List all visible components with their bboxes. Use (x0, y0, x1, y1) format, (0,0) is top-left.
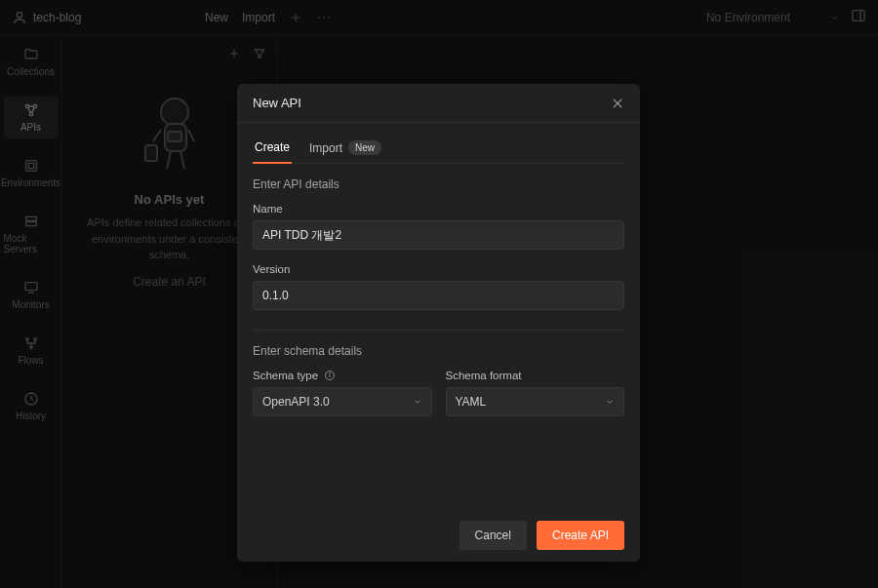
new-badge: New (348, 140, 381, 155)
section-api-details: Enter API details (253, 177, 624, 191)
new-api-modal: New API Create Import New Enter API deta… (237, 84, 640, 562)
schema-type-select[interactable]: OpenAPI 3.0 (253, 387, 432, 416)
info-icon (324, 370, 336, 381)
chevron-down-icon (605, 397, 615, 407)
tab-create[interactable]: Create (253, 133, 292, 164)
chevron-down-icon (413, 397, 422, 407)
modal-tabs: Create Import New (253, 133, 624, 164)
svg-point-36 (330, 372, 331, 373)
section-schema-details: Enter schema details (253, 344, 624, 358)
select-value: YAML (456, 395, 487, 409)
version-label: Version (253, 263, 624, 275)
tab-label: Create (255, 140, 290, 154)
tab-import[interactable]: Import New (307, 133, 383, 163)
cancel-button[interactable]: Cancel (459, 521, 527, 550)
close-icon (611, 97, 624, 110)
name-label: Name (253, 203, 624, 215)
modal-title: New API (253, 96, 301, 110)
label-text: Schema type (253, 370, 318, 381)
create-api-button[interactable]: Create API (537, 521, 624, 550)
divider (253, 330, 624, 331)
schema-format-label: Schema format (446, 370, 625, 381)
close-button[interactable] (611, 97, 624, 110)
version-input[interactable] (253, 281, 624, 310)
tab-label: Import (309, 141, 342, 155)
schema-format-select[interactable]: YAML (446, 387, 625, 416)
name-input[interactable] (253, 220, 624, 250)
select-value: OpenAPI 3.0 (262, 395, 330, 409)
schema-type-label: Schema type (253, 370, 432, 381)
